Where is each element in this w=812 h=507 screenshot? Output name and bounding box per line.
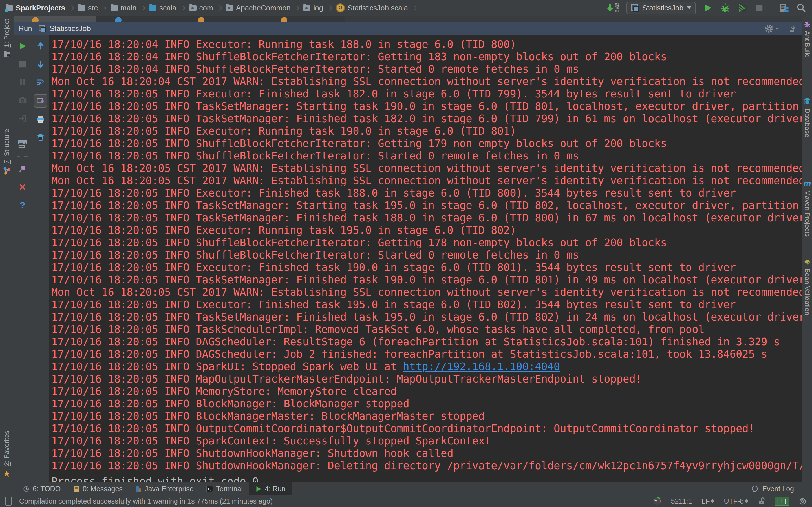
performance-gauge-icon[interactable]	[652, 497, 661, 506]
console-log-line: 17/10/16 18:20:05 INFO Executor: Running…	[51, 125, 802, 137]
pin-tab-button[interactable]	[16, 163, 29, 175]
hide-toolwindow-icon[interactable]	[789, 24, 797, 33]
console-controls-toolbar	[32, 36, 50, 483]
console-log-line: 17/10/16 18:20:05 INFO TaskSetManager: F…	[51, 113, 802, 125]
console-log-line: 17/10/16 18:20:05 INFO DAGScheduler: Job…	[51, 348, 802, 360]
soft-wrap-button[interactable]	[35, 76, 47, 89]
run-console-output[interactable]: 17/10/16 18:20:04 INFO Executor: Running…	[50, 36, 802, 483]
toolwindow-toggle-icon[interactable]	[5, 497, 12, 506]
encoding-widget[interactable]: UTF-8	[724, 497, 748, 505]
event-log-button[interactable]: Event Log	[751, 485, 812, 493]
toolwindow-button-label: 6: TODO	[33, 485, 61, 493]
console-log-line: 17/10/16 18:20:05 INFO ShuffleBlockFetch…	[51, 237, 802, 249]
chevron-right-icon	[217, 5, 222, 10]
breadcrumb-item[interactable]: SparkProjects	[6, 4, 65, 12]
breadcrumb: SparkProjectssrcmainscalacomApacheCommon…	[6, 3, 418, 12]
run-button[interactable]	[703, 3, 713, 13]
file-type-icon	[32, 17, 39, 22]
structure-toolwindow-icon	[3, 166, 11, 175]
chevron-right-icon	[294, 5, 299, 10]
caret-position-widget[interactable]: 5211:1	[671, 497, 692, 505]
editor-tab[interactable]	[262, 16, 345, 22]
close-toolwindow-button[interactable]	[16, 181, 29, 193]
toolwindow-button-label: Terminal	[216, 485, 243, 493]
pause-output-button[interactable]	[16, 76, 29, 89]
console-link[interactable]: http://192.168.1.100:4040	[403, 360, 560, 373]
console-log-line: 17/10/16 18:20:04 INFO ShuffleBlockFetch…	[51, 63, 802, 75]
vcs-digits: 011001	[615, 3, 619, 13]
toolwindow-button-terminal[interactable]: Terminal	[200, 483, 249, 495]
console-log-line: 17/10/16 18:20:05 INFO ShutdownHookManag…	[51, 447, 802, 460]
restore-layout-button[interactable]	[16, 137, 29, 150]
sidebar-item-maven-projects[interactable]: m Maven Projects	[802, 179, 812, 237]
toolwindow-button-todo[interactable]: 6: TODO	[16, 483, 67, 495]
breadcrumb-item[interactable]: scala	[149, 4, 176, 12]
chevron-right-icon	[180, 5, 185, 10]
run-configuration-select[interactable]: StatisticsJob	[626, 2, 696, 14]
debug-button[interactable]	[720, 3, 730, 13]
javaee-icon	[135, 485, 142, 493]
console-log-line: 17/10/16 18:20:05 INFO ShuffleBlockFetch…	[51, 137, 802, 150]
event-log-bubble-icon	[751, 485, 759, 493]
search-everywhere-icon[interactable]	[796, 3, 806, 13]
console-log-line: 17/10/16 18:20:05 INFO ShutdownHookManag…	[51, 460, 802, 472]
editor-tab[interactable]	[179, 16, 262, 22]
stop-button[interactable]	[755, 4, 763, 12]
run-settings-gear-icon[interactable]	[765, 24, 779, 33]
run-icon	[255, 486, 262, 492]
stop-process-button[interactable]	[16, 58, 29, 70]
breadcrumb-item[interactable]: ApacheCommon	[226, 4, 291, 12]
toolbar-right: 011001 StatisticsJob	[606, 2, 806, 14]
folder-sources-icon	[149, 5, 156, 11]
console-log-line: Mon Oct 16 18:20:05 CST 2017 WARN: Estab…	[51, 162, 802, 175]
prev-occurrence-button[interactable]	[35, 40, 47, 52]
sidebar-item-project[interactable]: 1: Project	[0, 19, 13, 58]
run-tab-statisticsjob[interactable]: StatisticsJob	[38, 24, 91, 33]
sidebar-item-structure[interactable]: 7: Structure	[0, 129, 13, 175]
sidebar-item-database[interactable]: Database	[802, 98, 812, 137]
breadcrumb-label: ApacheCommon	[236, 4, 291, 12]
exit-icon[interactable]	[16, 112, 29, 124]
sidebar-item-bean-validation[interactable]: Bean Validation	[802, 258, 812, 315]
teamcity-badge[interactable]: [T]	[775, 497, 789, 506]
next-occurrence-button[interactable]	[35, 58, 47, 70]
sidebar-item-favorites[interactable]: 2: Favorites ★	[0, 431, 13, 478]
breadcrumb-item[interactable]: log	[303, 4, 323, 12]
update-project-button[interactable]: 011001	[606, 3, 619, 13]
thread-dump-button[interactable]	[16, 94, 29, 107]
breadcrumb-item[interactable]: main	[110, 4, 137, 12]
console-log-line: 17/10/16 18:20:05 INFO MapOutputTrackerM…	[51, 373, 802, 385]
editor-tab[interactable]	[96, 16, 179, 22]
breadcrumb-item[interactable]: com	[189, 4, 213, 12]
lock-icon[interactable]	[758, 497, 765, 505]
project-toolwindow-icon	[3, 50, 11, 58]
run-configuration-label: StatisticsJob	[642, 4, 683, 12]
rerun-button[interactable]	[16, 40, 29, 52]
toolwindow-button-run[interactable]: 4: Run	[249, 483, 292, 495]
status-bar: Compilation completed successfully with …	[0, 495, 812, 507]
todo-icon	[22, 485, 30, 493]
project-structure-icon[interactable]	[779, 3, 789, 13]
console-log-line: Mon Oct 16 18:20:05 CST 2017 WARN: Estab…	[51, 286, 802, 298]
bottom-toolwindow-bar: 6: TODO0: MessagesJava EnterpriseTermina…	[0, 482, 812, 495]
print-button[interactable]	[35, 113, 47, 126]
console-log-line: 17/10/16 18:20:05 INFO TaskSetManager: S…	[51, 200, 802, 212]
project-folder-icon	[6, 5, 13, 11]
editor-tab[interactable]	[13, 16, 96, 22]
help-button[interactable]: ?	[16, 199, 29, 211]
package-icon	[303, 5, 310, 11]
toolwindow-button-java-enterprise[interactable]: Java Enterprise	[129, 483, 200, 495]
toolwindow-button-messages[interactable]: 0: Messages	[67, 483, 129, 495]
plugin-robot-icon[interactable]	[799, 497, 807, 505]
sidebar-item-ant-build[interactable]: Ant Build	[802, 20, 812, 58]
scroll-to-end-button[interactable]	[34, 94, 47, 108]
console-log-line: 17/10/16 18:20:05 INFO TaskSetManager: F…	[51, 311, 802, 323]
breadcrumb-item[interactable]: src	[78, 4, 98, 12]
line-separator-widget[interactable]: LF	[702, 497, 714, 505]
run-with-coverage-button[interactable]	[738, 3, 748, 13]
run-toolwindow-header[interactable]: Run StatisticsJob	[13, 22, 802, 36]
console-log-line: 17/10/16 18:20:05 INFO Executor: Finishe…	[51, 298, 802, 311]
file-type-icon	[198, 17, 204, 22]
breadcrumb-item[interactable]: OStatisticsJob.scala	[336, 3, 408, 12]
clear-all-button[interactable]	[35, 131, 47, 144]
